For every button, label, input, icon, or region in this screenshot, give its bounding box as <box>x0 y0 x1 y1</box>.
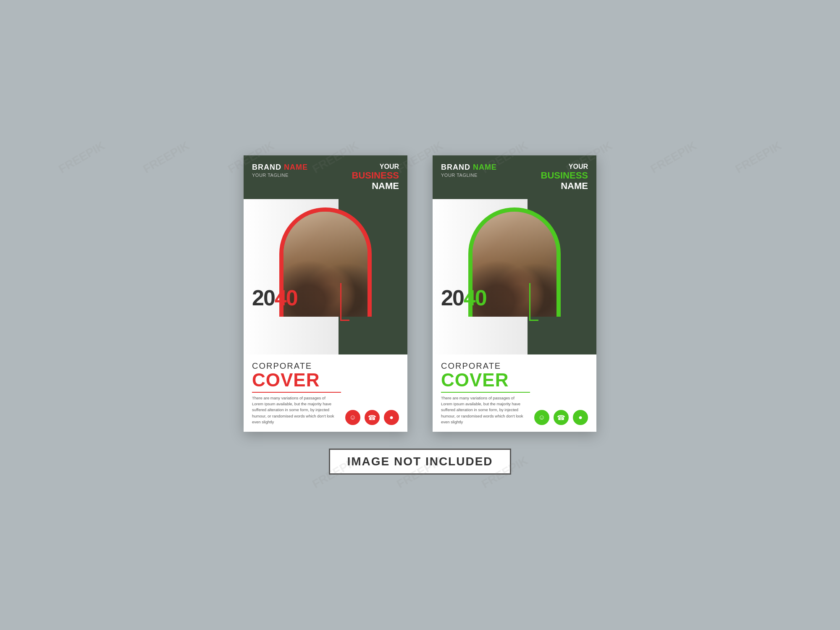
brand-name-green: BRAND NAME <box>441 163 497 172</box>
red-cover-bottom: CORPORATE COVER There are many variation… <box>244 354 407 432</box>
cover-bottom-left-green: CORPORATE COVER There are many variation… <box>441 361 530 425</box>
person-icon-btn-red[interactable]: ☺ <box>345 410 360 425</box>
brand-tagline-red: YOUR TAGLINE <box>252 173 308 178</box>
icon-row-red: ☺ ☎ ● <box>345 410 399 425</box>
l-bracket-red <box>340 283 349 321</box>
cover-underline-red <box>252 392 341 393</box>
image-not-included-badge: IMAGE NOT INCLUDED <box>329 449 511 475</box>
red-cover-card: BRAND NAME YOUR TAGLINE YOUR BUSINESS NA… <box>244 155 407 432</box>
red-cover-header: BRAND NAME YOUR TAGLINE YOUR BUSINESS NA… <box>244 155 407 199</box>
icon-buttons-red: ☺ ☎ ● <box>345 361 399 425</box>
brand-name-red: BRAND NAME <box>252 163 308 172</box>
person-icon-btn-green[interactable]: ☺ <box>534 410 549 425</box>
icon-row-green: ☺ ☎ ● <box>534 410 588 425</box>
brand-tagline-green: YOUR TAGLINE <box>441 173 497 178</box>
cover-word-red: COVER <box>252 371 341 389</box>
green-cover-main: 2040 <box>433 199 596 354</box>
l-bracket-green <box>529 283 538 321</box>
phone-icon-btn-green[interactable]: ☎ <box>554 410 569 425</box>
cover-bottom-left-red: CORPORATE COVER There are many variation… <box>252 361 341 425</box>
year-text-green: 2040 <box>441 285 486 310</box>
lorem-text-red: There are many variations of passages of… <box>252 395 336 425</box>
icon-buttons-green: ☺ ☎ ● <box>534 361 588 425</box>
location-icon-btn-red[interactable]: ● <box>384 410 399 425</box>
phone-icon-btn-red[interactable]: ☎ <box>365 410 380 425</box>
year-text-red: 2040 <box>252 285 297 310</box>
cover-underline-green <box>441 392 530 393</box>
brand-area-green: BRAND NAME YOUR TAGLINE <box>441 163 497 178</box>
covers-container: BRAND NAME YOUR TAGLINE YOUR BUSINESS NA… <box>244 155 596 432</box>
green-cover-header: BRAND NAME YOUR TAGLINE YOUR BUSINESS NA… <box>433 155 596 199</box>
location-icon-btn-green[interactable]: ● <box>573 410 588 425</box>
lorem-text-green: There are many variations of passages of… <box>441 395 525 425</box>
business-name-area-red: YOUR BUSINESS NAME <box>352 163 399 192</box>
business-name-area-green: YOUR BUSINESS NAME <box>541 163 588 192</box>
red-cover-main: 2040 <box>244 199 407 354</box>
brand-area-red: BRAND NAME YOUR TAGLINE <box>252 163 308 178</box>
green-cover-bottom: CORPORATE COVER There are many variation… <box>433 354 596 432</box>
cover-word-green: COVER <box>441 371 530 389</box>
green-cover-card: BRAND NAME YOUR TAGLINE YOUR BUSINESS NA… <box>433 155 596 432</box>
